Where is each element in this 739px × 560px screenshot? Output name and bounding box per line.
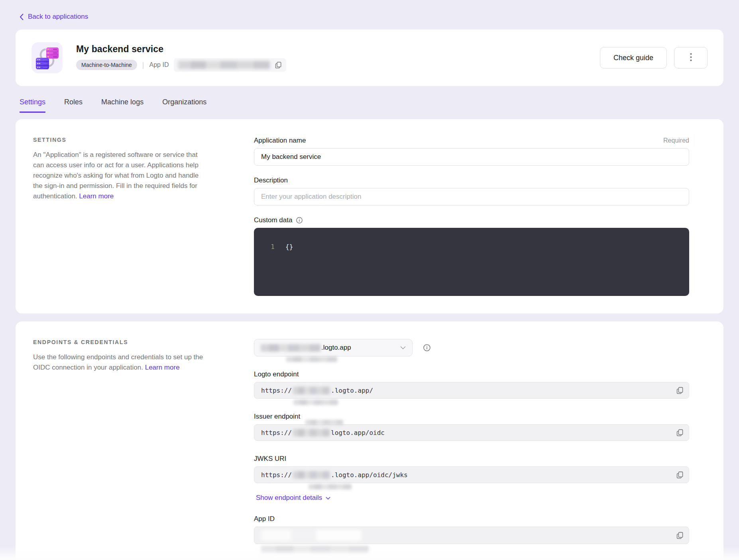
endpoint-prefix: https:// (261, 429, 292, 437)
tab-organizations[interactable]: Organizations (162, 98, 206, 113)
application-name-input[interactable] (254, 148, 689, 166)
logto-endpoint-label: Logto endpoint (254, 370, 299, 378)
app-id-group: App ID (254, 515, 689, 544)
copy-jwks-uri-button[interactable] (676, 471, 684, 479)
domain-select[interactable]: .logto.app (254, 339, 413, 356)
required-tag: Required (663, 137, 689, 144)
custom-data-group: Custom data 1 {} (254, 216, 689, 296)
redacted-tenant-id (293, 471, 330, 479)
endpoint-suffix: logto.app/oidc (331, 429, 385, 437)
endpoints-section-title: ENDPOINTS & CREDENTIALS (33, 339, 208, 345)
description-group: Description (254, 176, 689, 206)
chevron-left-icon (20, 14, 24, 20)
custom-data-label: Custom data (254, 216, 292, 224)
code-line-number: 1 (254, 243, 275, 251)
app-id-label: App ID (149, 61, 169, 69)
redacted-tenant-id (293, 387, 330, 394)
more-actions-button[interactable] (674, 47, 708, 69)
description-input[interactable] (254, 188, 689, 206)
endpoint-suffix: .logto.app/oidc/jwks (331, 471, 408, 479)
app-id-field-label: App ID (254, 515, 275, 523)
copy-app-id-button[interactable] (676, 532, 684, 539)
redacted-app-id-value (178, 61, 270, 69)
show-endpoint-details-toggle[interactable]: Show endpoint details (256, 494, 330, 502)
redaction-smudge (309, 484, 352, 490)
app-id-value-box (174, 58, 286, 72)
settings-section-description: An "Application" is a registered softwar… (33, 151, 199, 200)
chevron-down-icon (326, 494, 330, 502)
app-id-field (254, 527, 689, 544)
logto-endpoint-field: https://.logto.app/ (254, 382, 689, 399)
redacted-tenant-id (293, 429, 330, 437)
tab-machine-logs[interactable]: Machine logs (101, 98, 143, 113)
custom-data-info-icon[interactable] (296, 217, 303, 224)
settings-section-title: SETTINGS (33, 137, 208, 143)
copy-issuer-endpoint-button[interactable] (676, 429, 684, 437)
redaction-smudge (261, 546, 369, 553)
endpoint-prefix: https:// (261, 471, 292, 479)
redaction-smudge (305, 420, 343, 425)
chevron-down-icon (400, 344, 406, 352)
description-label: Description (254, 176, 288, 184)
check-guide-button[interactable]: Check guide (600, 47, 667, 69)
back-link-label: Back to applications (28, 13, 88, 21)
jwks-uri-group: JWKS URI https://.logto.app/oidc/jwks (254, 455, 689, 483)
show-endpoint-details-label: Show endpoint details (256, 494, 322, 502)
redacted-tenant-id (261, 344, 320, 352)
domain-suffix: .logto.app (321, 344, 351, 352)
domain-row: .logto.app (254, 339, 689, 356)
endpoints-learn-more-link[interactable]: Learn more (145, 364, 180, 371)
kebab-menu-icon (690, 53, 692, 63)
domain-info-icon[interactable] (423, 344, 431, 352)
application-name-label: Application name (254, 137, 306, 145)
issuer-endpoint-label: Issuer endpoint (254, 413, 300, 421)
tab-roles[interactable]: Roles (64, 98, 83, 113)
jwks-uri-label: JWKS URI (254, 455, 286, 463)
copy-logto-endpoint-button[interactable] (676, 387, 684, 394)
machine-to-machine-app-icon (31, 42, 63, 73)
settings-card: SETTINGS An "Application" is a registere… (16, 119, 723, 313)
issuer-endpoint-field: https://logto.app/oidc (254, 424, 689, 441)
redaction-smudge (286, 356, 337, 362)
app-tabs: Settings Roles Machine logs Organization… (20, 98, 723, 113)
endpoint-suffix: .logto.app/ (331, 387, 373, 394)
app-header-text: My backend service Machine-to-Machine | … (76, 44, 286, 72)
endpoints-credentials-card: ENDPOINTS & CREDENTIALS Use the followin… (16, 321, 723, 560)
endpoint-prefix: https:// (261, 387, 292, 394)
jwks-uri-field: https://.logto.app/oidc/jwks (254, 466, 689, 483)
settings-learn-more-link[interactable]: Learn more (79, 192, 114, 200)
app-header-card: My backend service Machine-to-Machine | … (16, 29, 723, 86)
application-details-page: Back to applications (0, 0, 739, 560)
app-type-badge: Machine-to-Machine (76, 60, 137, 70)
copy-app-id-button[interactable] (275, 61, 282, 69)
logto-endpoint-group: Logto endpoint https://.logto.app/ (254, 370, 689, 399)
meta-divider: | (142, 61, 144, 69)
issuer-endpoint-group: Issuer endpoint https://logto.app/oidc (254, 413, 689, 441)
code-content: {} (285, 243, 293, 251)
tab-settings[interactable]: Settings (20, 98, 45, 113)
redaction-smudge (293, 399, 338, 405)
app-title: My backend service (76, 44, 286, 55)
application-name-group: Application name Required (254, 137, 689, 166)
custom-data-code-editor[interactable]: 1 {} (254, 228, 689, 296)
redacted-app-id-value (261, 530, 362, 541)
back-to-applications-link[interactable]: Back to applications (20, 13, 88, 21)
